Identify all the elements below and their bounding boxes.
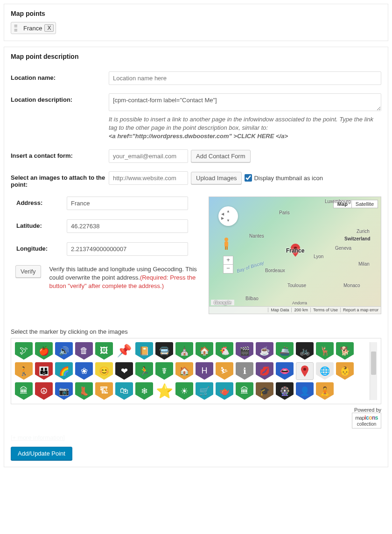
marker-option[interactable]: 🎡 <box>276 382 294 400</box>
marker-option[interactable]: 🛒 <box>196 382 213 400</box>
marker-option[interactable]: 🦌 <box>316 342 334 360</box>
marker-option[interactable]: ☮ <box>35 382 53 400</box>
contact-email-input[interactable] <box>109 149 188 163</box>
marker-option[interactable]: ❀ <box>75 362 93 380</box>
longitude-label: Longitude: <box>11 242 67 252</box>
marker-option[interactable]: 🎓 <box>256 382 273 400</box>
marker-option[interactable]: 🐔 <box>216 342 233 360</box>
powered-by: Powered by mapicons collection <box>11 407 381 429</box>
add-update-point-button[interactable]: Add/Update Point <box>11 447 72 460</box>
marker-option[interactable]: ⛪ <box>175 342 193 360</box>
marker-option[interactable]: 🎬 <box>236 342 253 360</box>
map-scale: 200 km <box>291 308 310 312</box>
marker-option[interactable]: 📌 <box>115 342 133 360</box>
marker-option[interactable]: 🏠 <box>175 362 193 380</box>
thumbnail-checkbox-label[interactable]: Display thumbnail as icon <box>245 174 322 182</box>
marker-option[interactable]: ❄ <box>135 382 153 400</box>
marker-option[interactable]: 🧘 <box>316 382 334 400</box>
drag-handle-icon[interactable]: ≡≡ <box>14 24 21 32</box>
marker-option[interactable]: 🏛 <box>236 382 253 400</box>
location-name-input[interactable] <box>109 71 381 85</box>
contact-form-label: Insert a contact form: <box>11 149 109 159</box>
add-contact-form-button[interactable]: Add Contact Form <box>191 150 251 162</box>
marker-option[interactable]: 😊 <box>95 362 113 380</box>
marker-option[interactable]: 🖼 <box>95 342 113 360</box>
marker-option[interactable]: 👤 <box>296 382 314 400</box>
address-input[interactable] <box>67 197 188 210</box>
more-info-link[interactable]: [+ more information] <box>11 434 381 441</box>
map-point-description-panel: Map point description Location name: Loc… <box>4 47 388 467</box>
marker-option[interactable]: 📷 <box>55 382 73 400</box>
map-data-link[interactable]: Map Data <box>268 308 291 312</box>
marker-option[interactable]: 🚶 <box>15 362 33 380</box>
marker-option[interactable]: 🚍 <box>155 342 173 360</box>
marker-option[interactable]: 👄 <box>276 362 294 380</box>
map-zoom-control[interactable]: + − <box>223 256 233 274</box>
zoom-out-button[interactable]: − <box>224 265 233 273</box>
location-desc-label: Location description: <box>11 93 109 103</box>
svg-point-5 <box>303 368 306 371</box>
marker-option[interactable]: 🕊 <box>15 342 33 360</box>
thumbnail-checkbox[interactable] <box>245 174 252 182</box>
marker-option[interactable]: ☤ <box>155 362 173 380</box>
svg-point-0 <box>224 238 228 241</box>
point-tag-close[interactable]: X <box>44 24 54 32</box>
location-name-label: Location name: <box>11 71 109 81</box>
marker-option[interactable]: ❤ <box>115 362 133 380</box>
marker-option[interactable]: 🐕 <box>336 342 354 360</box>
marker-option[interactable]: ℹ <box>236 362 253 380</box>
map-type-satellite[interactable]: Satellite <box>352 200 378 208</box>
map-points-panel: Map points ≡≡ France X <box>4 4 388 41</box>
marker-option[interactable]: ⛷ <box>216 362 233 380</box>
marker-option[interactable]: H <box>196 362 213 380</box>
marker-option[interactable]: 🛍 <box>115 382 133 400</box>
marker-option[interactable]: 🗑 <box>75 342 93 360</box>
map-terms-link[interactable]: Terms of Use <box>310 308 340 312</box>
pegman-icon[interactable] <box>222 237 231 253</box>
marker-option[interactable]: 👢 <box>75 382 93 400</box>
marker-option[interactable]: ☀ <box>175 382 193 400</box>
svg-rect-3 <box>227 246 228 250</box>
image-url-input[interactable] <box>109 171 188 185</box>
marker-picker: 🕊🍎🔊🗑🖼📌📔🚍⛪🏠🐔🎬☕🚢🚲🦌🐕🚶👪🌈❀😊❤🏃☤🏠H⛷ℹ💋👄🌐👶🏛☮📷👢🏗🛍❄… <box>11 338 381 404</box>
marker-option[interactable]: 👶 <box>336 362 354 380</box>
marker-option[interactable]: ⭐ <box>155 382 173 400</box>
marker-option[interactable]: 🚢 <box>276 342 294 360</box>
longitude-input[interactable] <box>67 242 188 256</box>
svg-rect-1 <box>224 241 228 247</box>
map-center-label: France <box>286 247 304 254</box>
marker-option[interactable]: 🍎 <box>35 342 53 360</box>
marker-option[interactable]: ☕ <box>256 342 273 360</box>
marker-option[interactable]: 📔 <box>135 342 153 360</box>
verify-button[interactable]: Verify <box>15 265 41 278</box>
location-desc-hint: It is possible to insert a link to anoth… <box>109 115 381 141</box>
location-desc-textarea[interactable]: [cpm-contact-form label="Contact Me"] <box>109 93 381 111</box>
verify-help-text: Verify this latitude and longitude using… <box>49 265 199 291</box>
marker-option[interactable]: 🌐 <box>316 362 334 380</box>
marker-option[interactable]: 👪 <box>35 362 53 380</box>
svg-rect-2 <box>225 246 226 250</box>
upload-images-button[interactable]: Upload Images <box>191 172 242 184</box>
marker-option[interactable]: 🫖 <box>216 382 233 400</box>
marker-option[interactable]: 💋 <box>256 362 273 380</box>
marker-option[interactable]: 🚲 <box>296 342 314 360</box>
marker-scrollbar[interactable] <box>370 342 377 400</box>
marker-option[interactable]: 🌈 <box>55 362 73 380</box>
map-pan-control[interactable] <box>218 206 238 226</box>
latitude-label: Latitude: <box>11 219 67 229</box>
map-report-link[interactable]: Report a map error <box>340 308 381 312</box>
latitude-input[interactable] <box>67 219 188 233</box>
address-label: Address: <box>11 197 67 206</box>
marker-option[interactable]: 🏗 <box>95 382 113 400</box>
marker-option[interactable]: 🏠 <box>196 342 213 360</box>
marker-option[interactable]: 🏃 <box>135 362 153 380</box>
point-tag-label: France <box>23 25 42 32</box>
point-tag[interactable]: ≡≡ France X <box>11 22 56 34</box>
images-label: Select an images to attach to the point: <box>11 171 109 188</box>
map-preview[interactable]: Map Satellite + − France Paris Nantes Bo… <box>209 197 381 314</box>
marker-option[interactable]: 🏛 <box>15 382 33 400</box>
marker-option[interactable] <box>296 362 314 380</box>
zoom-in-button[interactable]: + <box>224 256 233 265</box>
marker-option[interactable]: 🔊 <box>55 342 73 360</box>
map-points-title: Map points <box>11 10 381 17</box>
